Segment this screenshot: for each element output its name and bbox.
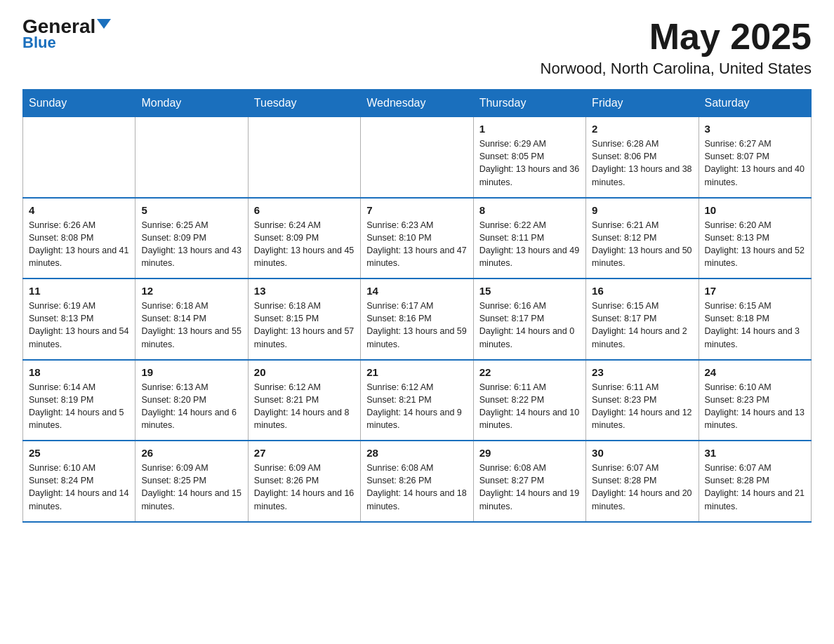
day-info: Sunrise: 6:11 AM Sunset: 8:22 PM Dayligh…: [479, 381, 580, 432]
day-info: Sunrise: 6:17 AM Sunset: 8:16 PM Dayligh…: [366, 300, 467, 351]
table-row: 8Sunrise: 6:22 AM Sunset: 8:11 PM Daylig…: [473, 198, 585, 279]
day-info: Sunrise: 6:08 AM Sunset: 8:27 PM Dayligh…: [479, 462, 580, 513]
day-number: 31: [705, 447, 805, 459]
calendar-week-row: 18Sunrise: 6:14 AM Sunset: 8:19 PM Dayli…: [23, 360, 812, 441]
day-number: 18: [29, 366, 129, 378]
table-row: 7Sunrise: 6:23 AM Sunset: 8:10 PM Daylig…: [361, 198, 473, 279]
table-row: 29Sunrise: 6:08 AM Sunset: 8:27 PM Dayli…: [473, 441, 585, 522]
table-row: 4Sunrise: 6:26 AM Sunset: 8:08 PM Daylig…: [23, 198, 135, 279]
day-info: Sunrise: 6:08 AM Sunset: 8:26 PM Dayligh…: [366, 462, 467, 513]
logo-blue: Blue: [22, 34, 56, 52]
day-info: Sunrise: 6:22 AM Sunset: 8:11 PM Dayligh…: [479, 219, 580, 270]
day-number: 21: [366, 366, 467, 378]
table-row: 1Sunrise: 6:29 AM Sunset: 8:05 PM Daylig…: [473, 117, 585, 198]
main-title: May 2025: [541, 17, 812, 57]
day-number: 6: [254, 204, 355, 216]
day-number: 5: [141, 204, 241, 216]
day-info: Sunrise: 6:12 AM Sunset: 8:21 PM Dayligh…: [254, 381, 355, 432]
day-info: Sunrise: 6:11 AM Sunset: 8:23 PM Dayligh…: [592, 381, 692, 432]
day-number: 22: [479, 366, 580, 378]
table-row: 12Sunrise: 6:18 AM Sunset: 8:14 PM Dayli…: [135, 279, 248, 360]
day-number: 8: [479, 204, 580, 216]
day-info: Sunrise: 6:18 AM Sunset: 8:14 PM Dayligh…: [141, 300, 241, 351]
calendar-week-row: 1Sunrise: 6:29 AM Sunset: 8:05 PM Daylig…: [23, 117, 812, 198]
day-info: Sunrise: 6:18 AM Sunset: 8:15 PM Dayligh…: [254, 300, 355, 351]
table-row: [248, 117, 360, 198]
day-number: 16: [592, 285, 692, 297]
table-row: 26Sunrise: 6:09 AM Sunset: 8:25 PM Dayli…: [135, 441, 248, 522]
col-friday: Friday: [586, 90, 699, 117]
table-row: 22Sunrise: 6:11 AM Sunset: 8:22 PM Dayli…: [473, 360, 585, 441]
day-info: Sunrise: 6:07 AM Sunset: 8:28 PM Dayligh…: [705, 462, 805, 513]
table-row: 11Sunrise: 6:19 AM Sunset: 8:13 PM Dayli…: [23, 279, 135, 360]
day-number: 13: [254, 285, 355, 297]
day-number: 4: [29, 204, 129, 216]
table-row: 3Sunrise: 6:27 AM Sunset: 8:07 PM Daylig…: [699, 117, 811, 198]
day-info: Sunrise: 6:10 AM Sunset: 8:24 PM Dayligh…: [29, 462, 129, 513]
day-number: 3: [705, 123, 805, 135]
table-row: 9Sunrise: 6:21 AM Sunset: 8:12 PM Daylig…: [586, 198, 699, 279]
day-info: Sunrise: 6:12 AM Sunset: 8:21 PM Dayligh…: [366, 381, 467, 432]
day-info: Sunrise: 6:09 AM Sunset: 8:26 PM Dayligh…: [254, 462, 355, 513]
table-row: 2Sunrise: 6:28 AM Sunset: 8:06 PM Daylig…: [586, 117, 699, 198]
day-number: 14: [366, 285, 467, 297]
day-info: Sunrise: 6:19 AM Sunset: 8:13 PM Dayligh…: [29, 300, 129, 351]
day-info: Sunrise: 6:10 AM Sunset: 8:23 PM Dayligh…: [705, 381, 805, 432]
day-number: 9: [592, 204, 692, 216]
day-number: 24: [705, 366, 805, 378]
logo-triangle-icon: [97, 19, 111, 29]
col-sunday: Sunday: [23, 90, 135, 117]
table-row: 30Sunrise: 6:07 AM Sunset: 8:28 PM Dayli…: [586, 441, 699, 522]
calendar-week-row: 11Sunrise: 6:19 AM Sunset: 8:13 PM Dayli…: [23, 279, 812, 360]
table-row: 13Sunrise: 6:18 AM Sunset: 8:15 PM Dayli…: [248, 279, 360, 360]
day-number: 25: [29, 447, 129, 459]
day-info: Sunrise: 6:26 AM Sunset: 8:08 PM Dayligh…: [29, 219, 129, 270]
day-number: 30: [592, 447, 692, 459]
day-number: 11: [29, 285, 129, 297]
table-row: 28Sunrise: 6:08 AM Sunset: 8:26 PM Dayli…: [361, 441, 473, 522]
page-header: General Blue May 2025 Norwood, North Car…: [22, 17, 812, 78]
day-number: 20: [254, 366, 355, 378]
table-row: 5Sunrise: 6:25 AM Sunset: 8:09 PM Daylig…: [135, 198, 248, 279]
table-row: 23Sunrise: 6:11 AM Sunset: 8:23 PM Dayli…: [586, 360, 699, 441]
day-number: 10: [705, 204, 805, 216]
day-number: 23: [592, 366, 692, 378]
subtitle: Norwood, North Carolina, United States: [541, 60, 812, 78]
day-info: Sunrise: 6:09 AM Sunset: 8:25 PM Dayligh…: [141, 462, 241, 513]
calendar-week-row: 25Sunrise: 6:10 AM Sunset: 8:24 PM Dayli…: [23, 441, 812, 522]
day-info: Sunrise: 6:29 AM Sunset: 8:05 PM Dayligh…: [479, 137, 580, 189]
day-number: 2: [592, 123, 692, 135]
day-info: Sunrise: 6:13 AM Sunset: 8:20 PM Dayligh…: [141, 381, 241, 432]
day-number: 19: [141, 366, 241, 378]
table-row: 6Sunrise: 6:24 AM Sunset: 8:09 PM Daylig…: [248, 198, 360, 279]
day-info: Sunrise: 6:16 AM Sunset: 8:17 PM Dayligh…: [479, 300, 580, 351]
day-info: Sunrise: 6:15 AM Sunset: 8:18 PM Dayligh…: [705, 300, 805, 351]
table-row: 14Sunrise: 6:17 AM Sunset: 8:16 PM Dayli…: [361, 279, 473, 360]
day-number: 17: [705, 285, 805, 297]
table-row: [23, 117, 135, 198]
day-info: Sunrise: 6:07 AM Sunset: 8:28 PM Dayligh…: [592, 462, 692, 513]
day-info: Sunrise: 6:21 AM Sunset: 8:12 PM Dayligh…: [592, 219, 692, 270]
day-info: Sunrise: 6:25 AM Sunset: 8:09 PM Dayligh…: [141, 219, 241, 270]
day-info: Sunrise: 6:23 AM Sunset: 8:10 PM Dayligh…: [366, 219, 467, 270]
table-row: 27Sunrise: 6:09 AM Sunset: 8:26 PM Dayli…: [248, 441, 360, 522]
table-row: 10Sunrise: 6:20 AM Sunset: 8:13 PM Dayli…: [699, 198, 811, 279]
day-number: 7: [366, 204, 467, 216]
title-area: May 2025 Norwood, North Carolina, United…: [541, 17, 812, 78]
col-thursday: Thursday: [473, 90, 585, 117]
table-row: [361, 117, 473, 198]
table-row: 17Sunrise: 6:15 AM Sunset: 8:18 PM Dayli…: [699, 279, 811, 360]
logo: General Blue: [22, 17, 111, 52]
day-info: Sunrise: 6:14 AM Sunset: 8:19 PM Dayligh…: [29, 381, 129, 432]
table-row: 16Sunrise: 6:15 AM Sunset: 8:17 PM Dayli…: [586, 279, 699, 360]
day-info: Sunrise: 6:24 AM Sunset: 8:09 PM Dayligh…: [254, 219, 355, 270]
table-row: 25Sunrise: 6:10 AM Sunset: 8:24 PM Dayli…: [23, 441, 135, 522]
table-row: [135, 117, 248, 198]
table-row: 18Sunrise: 6:14 AM Sunset: 8:19 PM Dayli…: [23, 360, 135, 441]
col-monday: Monday: [135, 90, 248, 117]
day-info: Sunrise: 6:28 AM Sunset: 8:06 PM Dayligh…: [592, 137, 692, 189]
table-row: 24Sunrise: 6:10 AM Sunset: 8:23 PM Dayli…: [699, 360, 811, 441]
day-info: Sunrise: 6:20 AM Sunset: 8:13 PM Dayligh…: [705, 219, 805, 270]
day-number: 27: [254, 447, 355, 459]
day-number: 26: [141, 447, 241, 459]
